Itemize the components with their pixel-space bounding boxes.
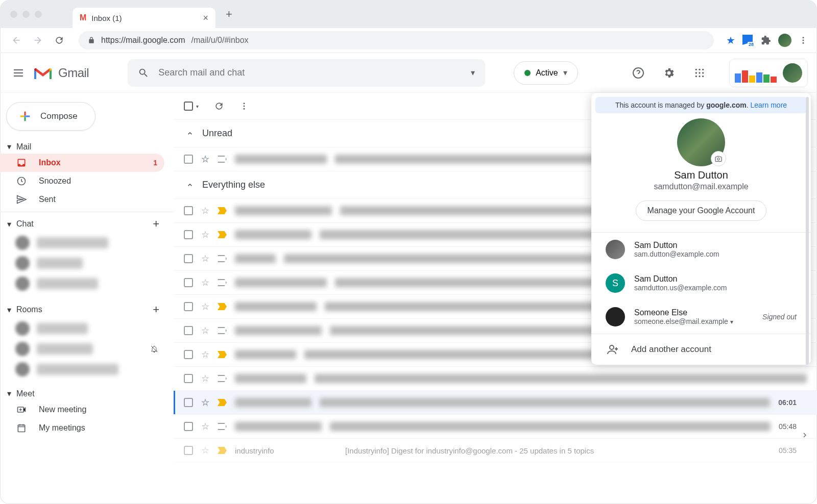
calendar-icon bbox=[16, 423, 28, 433]
sidebar-group-meet[interactable]: ▾ Meet bbox=[0, 387, 174, 400]
select-all-checkbox[interactable]: ▾ bbox=[184, 102, 199, 111]
row-checkbox[interactable] bbox=[184, 155, 193, 164]
google-apps-icon[interactable] bbox=[688, 62, 711, 84]
reload-button[interactable] bbox=[52, 33, 66, 47]
svg-point-7 bbox=[695, 72, 697, 73]
browser-tab-active[interactable]: M Inbox (1) × bbox=[73, 8, 215, 28]
extension-badge: 28 bbox=[748, 42, 755, 47]
svg-point-24 bbox=[717, 158, 720, 160]
mute-icon bbox=[150, 345, 158, 353]
org-logo[interactable] bbox=[729, 59, 808, 87]
sidebar: Compose ▾ Mail Inbox 1 Snoozed Sent ▾ Ch… bbox=[0, 93, 174, 504]
room-item[interactable] bbox=[0, 339, 174, 359]
extensions-icon[interactable] bbox=[761, 35, 771, 45]
chevron-down-icon: ▾ bbox=[730, 318, 733, 325]
sidebar-item-my-meetings[interactable]: My meetings bbox=[0, 419, 164, 437]
star-icon[interactable]: ☆ bbox=[201, 154, 209, 165]
search-options-icon[interactable]: ▾ bbox=[471, 68, 475, 78]
email-row[interactable]: ☆ bbox=[174, 367, 817, 391]
chat-contact[interactable] bbox=[0, 273, 174, 294]
side-panel-toggle-icon[interactable] bbox=[797, 427, 813, 443]
person-add-icon bbox=[607, 343, 619, 356]
status-dot-icon bbox=[524, 70, 531, 76]
browser-tab-strip: M Inbox (1) × + bbox=[0, 0, 817, 28]
row-time: 05:35 bbox=[779, 446, 807, 455]
url-host: https://mail.google.com bbox=[101, 36, 185, 45]
search-icon bbox=[138, 67, 149, 79]
svg-point-6 bbox=[702, 68, 704, 70]
add-chat-icon[interactable]: + bbox=[153, 217, 166, 231]
send-icon bbox=[16, 194, 28, 205]
add-account-button[interactable]: Add another account bbox=[591, 334, 811, 365]
chevron-down-icon bbox=[186, 130, 194, 138]
sidebar-item-sent[interactable]: Sent bbox=[0, 190, 164, 209]
close-tab-icon[interactable]: × bbox=[203, 13, 208, 23]
svg-point-5 bbox=[699, 68, 700, 70]
svg-rect-15 bbox=[24, 117, 26, 121]
browser-toolbar: https://mail.google.com/mail/u/0/#inbox … bbox=[0, 28, 817, 53]
new-tab-button[interactable]: + bbox=[215, 8, 243, 21]
gmail-favicon-icon: M bbox=[80, 13, 86, 22]
address-bar[interactable]: https://mail.google.com/mail/u/0/#inbox bbox=[79, 31, 714, 49]
sidebar-item-snoozed[interactable]: Snoozed bbox=[0, 172, 164, 190]
hamburger-menu-icon[interactable] bbox=[12, 67, 25, 79]
settings-gear-icon[interactable] bbox=[658, 62, 680, 84]
forward-button[interactable] bbox=[31, 33, 45, 47]
scrollbar[interactable] bbox=[806, 97, 809, 365]
account-popover: This account is managed by google.com. L… bbox=[591, 93, 811, 365]
popover-name: Sam Dutton bbox=[591, 169, 811, 181]
svg-point-22 bbox=[244, 106, 245, 107]
account-avatar[interactable] bbox=[783, 63, 802, 83]
manage-account-button[interactable]: Manage your Google Account bbox=[636, 200, 767, 221]
svg-point-4 bbox=[695, 68, 697, 70]
svg-point-12 bbox=[702, 75, 704, 77]
sidebar-group-mail[interactable]: ▾ Mail bbox=[0, 140, 174, 154]
importance-icon[interactable] bbox=[218, 156, 227, 163]
video-plus-icon bbox=[16, 405, 28, 415]
popover-email: samdutton@mail.example bbox=[591, 182, 811, 191]
window-controls[interactable] bbox=[10, 11, 42, 18]
svg-point-2 bbox=[803, 42, 804, 44]
svg-point-23 bbox=[244, 108, 245, 110]
sidebar-group-chat[interactable]: ▾ Chat+ bbox=[0, 215, 174, 233]
chat-contact[interactable] bbox=[0, 253, 174, 273]
browser-menu-icon[interactable] bbox=[799, 36, 808, 45]
learn-more-link[interactable]: Learn more bbox=[750, 101, 787, 109]
more-actions-icon[interactable] bbox=[239, 102, 249, 111]
compose-button[interactable]: Compose bbox=[6, 102, 95, 131]
plus-icon bbox=[18, 109, 32, 123]
browser-profile-avatar[interactable] bbox=[778, 34, 791, 47]
account-avatar-icon bbox=[606, 307, 625, 326]
camera-icon[interactable] bbox=[711, 151, 726, 166]
chevron-down-icon bbox=[186, 181, 194, 189]
bookmark-star-icon[interactable]: ★ bbox=[726, 34, 735, 46]
svg-rect-14 bbox=[26, 115, 30, 117]
svg-point-11 bbox=[699, 75, 700, 77]
room-item[interactable] bbox=[0, 318, 174, 339]
search-input[interactable] bbox=[158, 67, 462, 78]
status-pill[interactable]: Active ▾ bbox=[514, 61, 578, 85]
email-row[interactable]: ☆06:01 bbox=[174, 391, 817, 415]
email-row[interactable]: ☆industryinfo[Industryinfo] Digest for i… bbox=[174, 439, 817, 463]
support-icon[interactable] bbox=[627, 62, 650, 84]
sidebar-item-new-meeting[interactable]: New meeting bbox=[0, 400, 164, 419]
gmail-logo[interactable]: Gmail bbox=[33, 65, 89, 81]
signed-out-label: Signed out bbox=[762, 313, 797, 321]
chat-contact[interactable] bbox=[0, 233, 174, 253]
popover-avatar[interactable] bbox=[677, 118, 725, 166]
account-row[interactable]: Sam Duttonsam.dutton@example.com bbox=[591, 233, 811, 266]
back-button[interactable] bbox=[9, 33, 23, 47]
add-room-icon[interactable]: + bbox=[153, 303, 166, 316]
svg-point-21 bbox=[244, 103, 245, 104]
account-row[interactable]: S Sam Duttonsamdutton.us@example.com bbox=[591, 266, 811, 300]
gmail-header: Gmail ▾ Active ▾ bbox=[0, 53, 817, 93]
email-row[interactable]: ☆05:48 bbox=[174, 415, 817, 439]
account-row[interactable]: Someone Elsesomeone.else@mail.example▾ S… bbox=[591, 300, 811, 334]
sidebar-group-rooms[interactable]: ▾ Rooms+ bbox=[0, 301, 174, 318]
refresh-icon[interactable] bbox=[214, 101, 224, 111]
sidebar-item-inbox[interactable]: Inbox 1 bbox=[0, 154, 164, 172]
row-time: 06:01 bbox=[778, 398, 807, 407]
search-bar[interactable]: ▾ bbox=[128, 59, 485, 87]
room-item[interactable] bbox=[0, 359, 174, 380]
extension-save-icon[interactable]: 28 bbox=[742, 35, 754, 46]
